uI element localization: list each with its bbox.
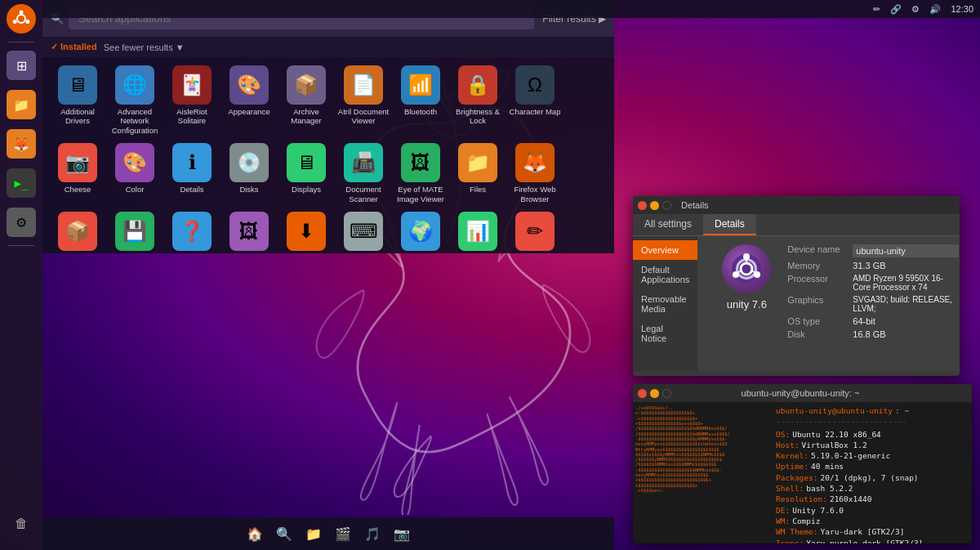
terminal-close-button[interactable]: [638, 389, 647, 398]
app-label: Eye of MATE Image Viewer: [394, 185, 447, 203]
sidebar-item-launcher[interactable]: ⊞: [4, 48, 38, 83]
app-item[interactable]: 🔒Brightness & Lock: [449, 61, 506, 139]
app-item[interactable]: 🎨Color: [106, 139, 163, 208]
svg-point-8: [741, 263, 752, 275]
app-item[interactable]: 🖥Displays: [278, 139, 335, 208]
app-item[interactable]: 📷Cheese: [49, 139, 106, 208]
app-item[interactable]: ⬇Install: Ubuntu Unity 22.1.0: [278, 208, 335, 253]
os-type-label: OS type: [787, 316, 853, 326]
sidebar: ⊞ 📁 🦊 ▶_ ⚙ 🗑: [0, 0, 42, 550]
tab-details[interactable]: Details: [703, 214, 756, 235]
terminal-value: Compiz: [792, 516, 820, 526]
app-item[interactable]: ⌨Keyboard: [335, 208, 392, 253]
app-label: Disks: [239, 185, 258, 194]
taskbar-home-icon[interactable]: 🏠: [243, 522, 266, 545]
app-label: Displays: [292, 185, 321, 194]
app-item[interactable]: ℹDetails: [163, 139, 220, 208]
taskbar-search-icon[interactable]: 🔍: [273, 522, 296, 545]
app-icon: 📦: [58, 212, 97, 251]
sidebar-legal-notice[interactable]: Legal Notice: [633, 319, 697, 348]
taskbar-media-icon[interactable]: 🎬: [332, 522, 354, 545]
terminal-info-row: Kernel:5.19.0-21-generic: [776, 450, 968, 461]
app-label: Firefox Web Browser: [509, 185, 561, 203]
app-item[interactable]: 🃏AisleRiot Solitaire: [163, 61, 220, 139]
memory-label: Memory: [787, 261, 853, 271]
app-icon: 🖼: [401, 143, 440, 182]
app-item[interactable]: 🦊Firefox Web Browser: [506, 139, 564, 208]
app-icon: ⌨: [344, 212, 383, 251]
app-item[interactable]: 🖼ImageMagick (color Depth>8): [220, 208, 278, 253]
processor-value: AMD Ryzen 9 5950X 16-Core Processor x 74: [853, 274, 959, 292]
terminal-info-row: DE:Unity 7.6.0: [776, 505, 968, 516]
device-info-panel: Device name Memory 31.3 GB Processor AMD…: [787, 244, 959, 363]
app-item[interactable]: 📦GDebi Package Installer: [49, 208, 106, 253]
app-item[interactable]: 📦Archive Manager: [278, 61, 335, 139]
terminal-maximize-button[interactable]: [662, 389, 671, 398]
terminal-value: 40 mins: [811, 461, 844, 472]
app-item[interactable]: 🖥Additional Drivers: [49, 61, 106, 139]
window-close-button[interactable]: [638, 201, 647, 210]
sidebar-overview[interactable]: Overview: [633, 240, 697, 260]
topbar-settings-icon[interactable]: ⚙: [911, 4, 920, 15]
terminal-minimize-button[interactable]: [650, 389, 659, 398]
terminal-value: 2160x1440: [830, 494, 871, 504]
terminal-info-panel: ubuntu-unity @ ubuntu-unity : ~ --------…: [772, 402, 972, 543]
app-item[interactable]: 🎨Appearance: [220, 61, 278, 139]
topbar-link-icon[interactable]: 🔗: [890, 4, 902, 15]
app-item[interactable]: ❓Help: [163, 208, 220, 253]
app-item[interactable]: 📶Bluetooth: [392, 61, 449, 139]
window-minimize-button[interactable]: [650, 201, 659, 210]
terminal-key: Kernel:: [776, 450, 808, 461]
installed-bar: ✓ Installed See fewer results ▼: [42, 37, 614, 57]
sidebar-item-terminal[interactable]: ▶_: [4, 166, 38, 200]
taskbar-photos-icon[interactable]: 📷: [390, 522, 413, 545]
app-item[interactable]: 📊LibreOffice Calc: [449, 208, 506, 253]
sidebar-default-apps[interactable]: Default Applications: [633, 260, 697, 289]
app-launcher: 🔍 Filter results ▶ ✓ Installed See fewer…: [42, 0, 614, 253]
app-item[interactable]: 💾GParted Partition Editor: [106, 208, 163, 253]
fewer-results-button[interactable]: See fewer results ▼: [104, 42, 185, 52]
app-item[interactable]: ✏LibreOffice Draw: [506, 208, 564, 253]
terminal-key: OS:: [776, 429, 790, 440]
app-item[interactable]: 📄Atril Document Viewer: [335, 61, 392, 139]
app-grid: 🖥Additional Drivers🌐Advanced Network Con…: [42, 57, 614, 253]
details-main: unity 7.6 Device name Memory 31.3 GB Pro…: [697, 236, 960, 371]
app-item[interactable]: 💿Disks: [220, 139, 278, 208]
sidebar-item-settings[interactable]: ⚙: [4, 205, 38, 239]
ubuntu-logo[interactable]: [7, 4, 36, 34]
app-icon: 💾: [115, 212, 154, 251]
terminal-value: VirtualBox 1.2: [802, 440, 867, 450]
terminal-value: 5.19.0-21-generic: [811, 450, 890, 461]
svg-point-6: [13, 20, 17, 24]
terminal-info-row: OS:Ubuntu 22.10 x86_64: [776, 429, 968, 440]
terminal-value: Unity 7.6.0: [792, 505, 844, 516]
terminal-info-row: Icons:Yaru purple-dark [GTK2/3]: [776, 538, 968, 543]
sidebar-removable-media[interactable]: Removable Media: [633, 289, 697, 319]
details-sidebar: Overview Default Applications Removable …: [633, 236, 697, 371]
terminal-value: 20/1 (dpkg), 7 (snap): [820, 472, 918, 483]
taskbar-files-icon[interactable]: 📁: [302, 522, 325, 545]
app-item[interactable]: 🖼Eye of MATE Image Viewer: [392, 139, 449, 208]
device-name-input[interactable]: [853, 244, 959, 257]
topbar-edit-icon[interactable]: ✏: [873, 4, 880, 15]
sidebar-item-browser[interactable]: 🦊: [4, 127, 38, 161]
app-item[interactable]: ΩCharacter Map: [506, 61, 564, 139]
app-item[interactable]: 🌍Language Support: [392, 208, 449, 253]
terminal-separator: ----------------------------: [776, 416, 968, 427]
tab-all-settings[interactable]: All settings: [633, 214, 703, 235]
app-item[interactable]: 📠Document Scanner: [335, 139, 392, 208]
app-label: Details: [180, 185, 203, 194]
window-maximize-button[interactable]: [662, 201, 671, 210]
graphics-label: Graphics: [787, 295, 853, 313]
app-item[interactable]: 🌐Advanced Network Configuration: [106, 61, 163, 139]
sidebar-item-trash[interactable]: 🗑: [4, 507, 38, 541]
taskbar-music-icon[interactable]: 🎵: [361, 522, 384, 545]
sidebar-item-files[interactable]: 📁: [4, 87, 38, 122]
app-icon: Ω: [515, 65, 555, 105]
app-icon: ❓: [172, 212, 212, 251]
app-item[interactable]: 📁Files: [449, 139, 506, 208]
details-window: Details All settings Details Overview De…: [633, 196, 960, 376]
topbar-volume-icon[interactable]: 🔊: [929, 4, 941, 15]
app-icon: 📄: [344, 65, 383, 105]
installed-label: ✓ Installed: [51, 42, 97, 52]
